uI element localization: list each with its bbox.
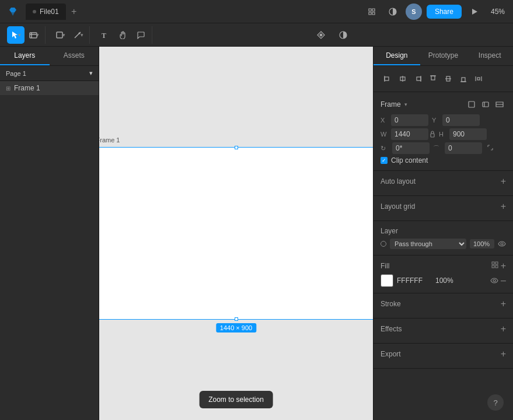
fill-section: Fill + bbox=[374, 256, 513, 293]
align-center-v[interactable] bbox=[441, 72, 455, 86]
frame-icon: ⊞ bbox=[6, 85, 11, 92]
tool-frame[interactable]: ▾ bbox=[25, 26, 43, 44]
opacity-input[interactable] bbox=[470, 239, 494, 249]
new-tab-button[interactable]: + bbox=[68, 6, 80, 18]
svg-rect-32 bbox=[492, 265, 494, 268]
align-section bbox=[374, 66, 513, 92]
fill-swatch[interactable] bbox=[381, 274, 393, 287]
x-input[interactable] bbox=[391, 114, 428, 126]
file-tab[interactable]: File01 bbox=[26, 4, 66, 20]
fill-eye-icon[interactable] bbox=[490, 276, 498, 285]
frame-section-header: Frame ▾ bbox=[381, 98, 506, 111]
canvas[interactable]: Frame 1 1440 × 900 Zoom to selection bbox=[99, 47, 373, 420]
tab-design[interactable]: Design bbox=[374, 47, 420, 65]
export-section: Export + bbox=[374, 344, 513, 369]
fill-hex-input[interactable] bbox=[397, 276, 432, 285]
handle-tm[interactable] bbox=[235, 146, 238, 149]
avatar-initials: S bbox=[411, 8, 416, 15]
stroke-add-btn[interactable]: + bbox=[501, 299, 506, 309]
fill-add-btn[interactable]: + bbox=[501, 261, 506, 271]
help-button[interactable]: ? bbox=[487, 394, 504, 411]
effects-title: Effects bbox=[381, 325, 402, 333]
align-top[interactable] bbox=[426, 72, 440, 86]
expand-icon[interactable] bbox=[487, 144, 494, 153]
wh-lock[interactable] bbox=[430, 130, 435, 138]
layer-blend-row: Pass through bbox=[381, 239, 506, 249]
tab-inspect[interactable]: Inspect bbox=[466, 47, 513, 65]
avatar[interactable]: S bbox=[406, 4, 422, 20]
layer-name: Frame 1 bbox=[14, 84, 40, 92]
fill-opacity-input[interactable] bbox=[435, 276, 456, 285]
svg-text:T: T bbox=[102, 32, 106, 39]
plugins-icon[interactable] bbox=[364, 4, 380, 20]
fill-grid-icon[interactable] bbox=[491, 261, 498, 271]
align-bottom[interactable] bbox=[456, 72, 470, 86]
tool-hand[interactable] bbox=[114, 26, 131, 44]
align-row-1 bbox=[381, 72, 506, 86]
frame-type-2[interactable] bbox=[479, 98, 492, 111]
frame-section-chevron[interactable]: ▾ bbox=[404, 102, 407, 107]
share-button[interactable]: Share bbox=[427, 5, 462, 19]
page-selector[interactable]: Page 1 ▾ bbox=[0, 66, 99, 81]
layout-grid-add[interactable]: + bbox=[501, 202, 506, 211]
tool-contrast[interactable] bbox=[334, 26, 352, 44]
page-name: Page 1 bbox=[6, 70, 26, 77]
handle-bm[interactable] bbox=[235, 317, 238, 321]
tool-move[interactable]: ▾ bbox=[7, 26, 25, 44]
tab-label: File01 bbox=[40, 8, 59, 16]
play-button[interactable] bbox=[466, 4, 483, 20]
auto-layout-header: Auto layout + bbox=[381, 177, 506, 186]
clip-content-row: ✓ Clip content bbox=[381, 156, 506, 164]
align-center-h[interactable] bbox=[396, 72, 410, 86]
frame-section-title: Frame bbox=[381, 100, 401, 108]
svg-rect-24 bbox=[477, 78, 480, 80]
tool-pen[interactable]: ▾ bbox=[69, 26, 87, 44]
auto-layout-add[interactable]: + bbox=[501, 177, 506, 186]
svg-rect-33 bbox=[495, 265, 498, 268]
visibility-toggle[interactable] bbox=[498, 240, 506, 249]
fill-row: – bbox=[381, 274, 506, 287]
tool-shape-chevron: ▾ bbox=[62, 32, 65, 38]
auto-layout-section: Auto layout + bbox=[374, 171, 513, 196]
export-add-btn[interactable]: + bbox=[501, 349, 506, 359]
tool-comment[interactable] bbox=[132, 26, 149, 44]
app-logo[interactable] bbox=[5, 4, 21, 20]
align-left[interactable] bbox=[381, 72, 395, 86]
frame-label: Frame 1 bbox=[99, 136, 120, 144]
distribute-h[interactable] bbox=[472, 72, 486, 86]
contrast-icon[interactable] bbox=[385, 4, 401, 20]
right-panel-tabs: Design Prototype Inspect bbox=[374, 47, 513, 66]
svg-rect-30 bbox=[492, 262, 494, 264]
layer-section: Layer Pass through bbox=[374, 221, 513, 256]
layer-frame1[interactable]: ⊞ Frame 1 bbox=[0, 81, 99, 95]
h-input[interactable] bbox=[449, 128, 487, 140]
y-input[interactable] bbox=[442, 114, 480, 126]
tab-prototype[interactable]: Prototype bbox=[420, 47, 467, 65]
tool-component[interactable] bbox=[312, 26, 330, 44]
rotation-input[interactable] bbox=[392, 142, 430, 154]
zoom-level[interactable]: 45% bbox=[487, 5, 508, 18]
tab-layers[interactable]: Layers bbox=[0, 47, 50, 65]
toolbar: ▾ ▾ ▾ ▾ T bbox=[0, 23, 513, 47]
frame-type-3[interactable] bbox=[493, 98, 506, 111]
svg-rect-11 bbox=[385, 77, 389, 80]
frame-type-1[interactable] bbox=[465, 98, 478, 111]
clip-content-label: Clip content bbox=[391, 156, 428, 164]
tool-shape[interactable]: ▾ bbox=[51, 26, 69, 44]
fill-remove-icon[interactable]: – bbox=[501, 276, 506, 285]
auto-layout-title: Auto layout bbox=[381, 177, 416, 186]
corner-input[interactable] bbox=[445, 142, 482, 154]
effects-section-header: Effects + bbox=[381, 324, 506, 334]
align-right[interactable] bbox=[411, 72, 425, 86]
tool-text[interactable]: T bbox=[96, 26, 113, 44]
svg-marker-1 bbox=[472, 9, 477, 15]
w-input[interactable] bbox=[391, 128, 428, 140]
blend-mode-select[interactable]: Pass through bbox=[390, 239, 466, 249]
effects-add-btn[interactable]: + bbox=[501, 324, 506, 334]
toolbar-center bbox=[156, 26, 508, 44]
frame-box[interactable] bbox=[99, 147, 373, 320]
svg-point-34 bbox=[493, 279, 495, 282]
frame-icons bbox=[465, 98, 506, 111]
tab-assets[interactable]: Assets bbox=[50, 47, 99, 65]
clip-content-checkbox[interactable]: ✓ bbox=[381, 157, 388, 164]
